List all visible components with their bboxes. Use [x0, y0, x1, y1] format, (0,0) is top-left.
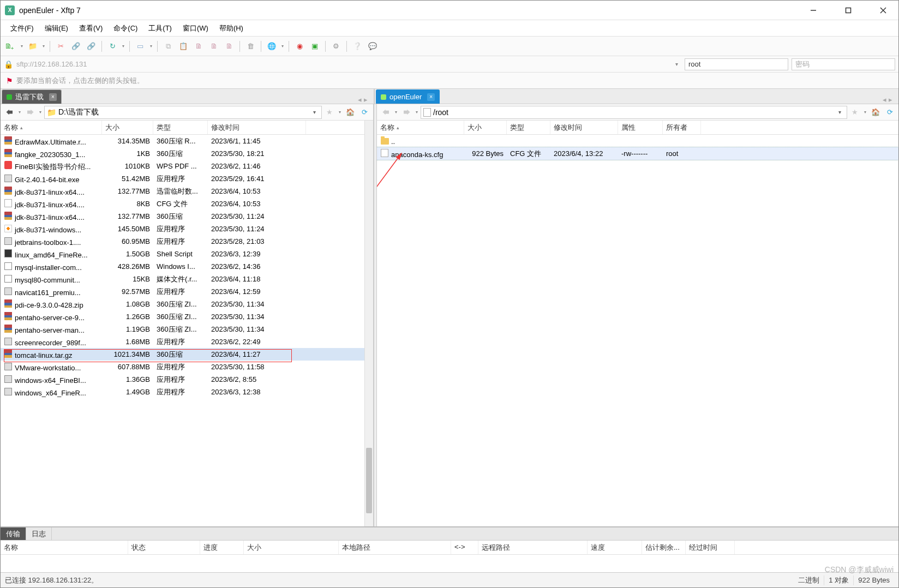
- globe-dropdown[interactable]: ▾: [280, 44, 285, 49]
- bcol-remotepath[interactable]: 远程路径: [478, 541, 588, 554]
- col-owner[interactable]: 所有者: [663, 121, 701, 134]
- col-type[interactable]: 类型: [507, 121, 550, 134]
- back-button[interactable]: 🡄: [3, 106, 16, 119]
- bcol-direction[interactable]: <->: [451, 541, 478, 554]
- table-row[interactable]: tomcat-linux.tar.gz1021.34MB360压缩2023/6/…: [1, 348, 364, 361]
- doc2-icon[interactable]: 🗎: [207, 39, 221, 53]
- refresh-icon[interactable]: ⟳: [358, 106, 371, 119]
- bcol-status[interactable]: 状态: [128, 541, 200, 554]
- col-name[interactable]: 名称▴: [377, 121, 464, 134]
- menu-file[interactable]: 文件(F): [6, 21, 38, 35]
- green-sq-icon[interactable]: ▣: [308, 39, 322, 53]
- gear-icon[interactable]: ⚙: [329, 39, 343, 53]
- forward-dropdown[interactable]: ▾: [414, 110, 419, 115]
- link2-icon[interactable]: 🔗: [84, 39, 98, 53]
- menu-view[interactable]: 查看(V): [75, 21, 107, 35]
- star-dropdown[interactable]: ▾: [862, 110, 868, 115]
- tab-nav-left[interactable]: ◂ ▸: [352, 95, 374, 104]
- address-url[interactable]: sftp://192.168.126.131: [16, 60, 668, 68]
- back-dropdown[interactable]: ▾: [393, 110, 399, 115]
- table-row[interactable]: pdi-ce-9.3.0.0-428.zip1.08GB360压缩 ZI...2…: [1, 298, 364, 310]
- parent-dir-row[interactable]: ..: [377, 135, 898, 147]
- table-row[interactable]: linux_amd64_FineRe...1.50GBShell Script2…: [1, 248, 364, 260]
- menu-tools[interactable]: 工具(T): [144, 21, 176, 35]
- window-dropdown[interactable]: ▾: [148, 44, 154, 49]
- scrollbar-thumb[interactable]: [366, 448, 372, 513]
- maximize-button[interactable]: [837, 3, 859, 18]
- col-attr[interactable]: 属性: [618, 121, 663, 134]
- link-icon[interactable]: 🔗: [69, 39, 83, 53]
- tab-remote[interactable]: openEuler ×: [376, 89, 440, 104]
- menu-edit[interactable]: 编辑(E): [40, 21, 73, 35]
- new-session-dropdown[interactable]: ▾: [19, 44, 25, 49]
- col-type[interactable]: 类型: [153, 121, 208, 134]
- remote-path-box[interactable]: ▾: [421, 106, 847, 119]
- table-row[interactable]: fangke_20230530_1...1KB360压缩2023/5/30, 1…: [1, 147, 364, 160]
- cut-icon[interactable]: ✂: [53, 39, 68, 53]
- tab-close-icon[interactable]: ×: [427, 93, 435, 101]
- local-path-box[interactable]: 📁 ▾: [44, 106, 322, 119]
- bcol-size[interactable]: 大小: [244, 541, 339, 554]
- bcol-eta[interactable]: 估计剩余...: [642, 541, 686, 554]
- red-dot-icon[interactable]: ◉: [292, 39, 307, 53]
- paste-icon[interactable]: 📋: [176, 39, 190, 53]
- window-icon[interactable]: ▭: [133, 39, 147, 53]
- table-row[interactable]: windows_x64_FineR...1.49GB应用程序2023/6/3, …: [1, 386, 364, 398]
- bcol-speed[interactable]: 速度: [588, 541, 642, 554]
- menu-help[interactable]: 帮助(H): [215, 21, 248, 35]
- table-row[interactable]: Git-2.40.1-64-bit.exe51.42MB应用程序2023/5/2…: [1, 172, 364, 185]
- remote-path-input[interactable]: [433, 108, 832, 117]
- table-row[interactable]: navicat161_premiu...92.57MB应用程序2023/6/4,…: [1, 285, 364, 298]
- menu-window[interactable]: 窗口(W): [178, 21, 213, 35]
- refresh-icon[interactable]: ↻: [105, 39, 119, 53]
- close-button[interactable]: [872, 3, 894, 18]
- path-dropdown[interactable]: ▾: [309, 109, 319, 115]
- col-date[interactable]: 修改时间: [208, 121, 306, 134]
- star-dropdown[interactable]: ▾: [337, 110, 343, 115]
- forward-dropdown[interactable]: ▾: [38, 110, 43, 115]
- new-session-icon[interactable]: 🗎＋: [4, 39, 18, 53]
- doc-icon[interactable]: 🗎: [191, 39, 206, 53]
- tab-log[interactable]: 日志: [26, 527, 52, 540]
- col-size[interactable]: 大小: [102, 121, 153, 134]
- tab-nav-right[interactable]: ◂ ▸: [877, 95, 898, 104]
- bcol-progress[interactable]: 进度: [200, 541, 244, 554]
- local-path-input[interactable]: [58, 108, 307, 117]
- table-row[interactable]: screenrecorder_989f...1.68MB应用程序2023/6/2…: [1, 335, 364, 348]
- remote-file-list[interactable]: 名称▴ 大小 类型 修改时间 属性 所有者 ..anaconda-ks.cfg9…: [377, 121, 898, 526]
- table-row[interactable]: jdk-8u371-linux-x64....8KBCFG 文件2023/6/4…: [1, 197, 364, 210]
- path-dropdown[interactable]: ▾: [835, 109, 844, 115]
- forward-button[interactable]: 🡆: [400, 106, 413, 119]
- tab-transfer[interactable]: 传输: [1, 527, 26, 540]
- trash-icon[interactable]: 🗑: [243, 39, 257, 53]
- open-folder-icon[interactable]: 📁: [26, 39, 40, 53]
- table-row[interactable]: jdk-8u371-linux-x64....132.77MB360压缩2023…: [1, 210, 364, 223]
- refresh-icon[interactable]: ⟳: [883, 106, 896, 119]
- copy-icon[interactable]: ⧉: [161, 39, 175, 53]
- table-row[interactable]: VMware-workstatio...607.88MB应用程序2023/5/3…: [1, 361, 364, 373]
- home-icon[interactable]: 🏠: [344, 106, 357, 119]
- minimize-button[interactable]: [802, 3, 824, 18]
- col-name[interactable]: 名称▴: [1, 121, 102, 134]
- bcol-localpath[interactable]: 本地路径: [339, 541, 451, 554]
- doc3-icon[interactable]: 🗎: [222, 39, 236, 53]
- open-folder-dropdown[interactable]: ▾: [41, 44, 46, 49]
- back-dropdown[interactable]: ▾: [17, 110, 22, 115]
- tab-local[interactable]: 迅雷下载 ×: [2, 89, 62, 104]
- star-icon[interactable]: ★: [323, 106, 336, 119]
- table-row[interactable]: windows-x64_FineBI...1.36GB应用程序2023/6/2,…: [1, 373, 364, 386]
- home-icon[interactable]: 🏠: [869, 106, 882, 119]
- table-row[interactable]: pentaho-server-man...1.19GB360压缩 ZI...20…: [1, 323, 364, 335]
- table-row[interactable]: jdk-8u371-windows...145.50MB应用程序2023/5/3…: [1, 223, 364, 235]
- bcol-elapsed[interactable]: 经过时间: [686, 541, 735, 554]
- table-row[interactable]: mysql80-communit...15KB媒体文件(.r...2023/6/…: [1, 273, 364, 285]
- globe-icon[interactable]: 🌐: [265, 39, 279, 53]
- back-button[interactable]: 🡄: [379, 106, 392, 119]
- address-dropdown[interactable]: ▾: [672, 61, 681, 67]
- transfer-body[interactable]: [1, 555, 898, 572]
- table-row[interactable]: mysql-installer-com...428.26MBWindows I.…: [1, 260, 364, 273]
- table-row[interactable]: jdk-8u371-linux-x64....132.77MB迅雷临时数...2…: [1, 185, 364, 197]
- forward-button[interactable]: 🡆: [23, 106, 37, 119]
- col-size[interactable]: 大小: [464, 121, 507, 134]
- refresh-dropdown[interactable]: ▾: [121, 44, 126, 49]
